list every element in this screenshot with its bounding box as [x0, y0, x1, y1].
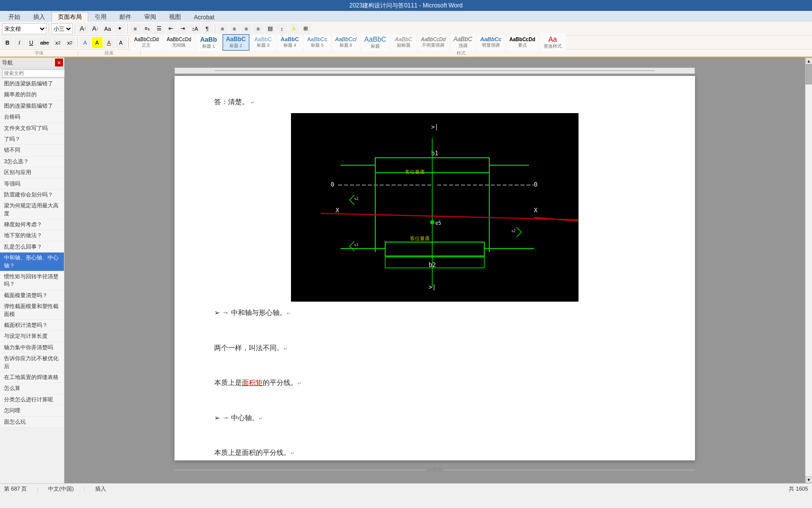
scroll-track[interactable]	[806, 64, 812, 476]
sidebar-item-27[interactable]: 面怎么玩	[0, 417, 64, 428]
scroll-up-btn[interactable]: ▲	[806, 58, 812, 64]
borders-btn[interactable]: ⊞	[300, 23, 311, 34]
sidebar-item-5[interactable]: 了吗？	[0, 134, 64, 145]
sidebar-item-6[interactable]: 错不同	[0, 145, 64, 156]
style-subtitle[interactable]: AaBbC 副标题	[391, 35, 416, 50]
style-h1[interactable]: AaBb 标题 1	[196, 34, 222, 51]
font-grow-btn[interactable]: A↑	[77, 23, 89, 34]
svg-text:s1: s1	[354, 242, 358, 247]
style-normal[interactable]: AaBbCcDd 正文	[131, 35, 162, 50]
sep6	[128, 38, 129, 48]
sidebar-item-23[interactable]: 在工地装置的焊缝表格	[0, 372, 64, 383]
style-h4[interactable]: AaBbC 标题 4	[277, 35, 303, 50]
status-bar: 第 687 页 | 中文(中国) | 插入 共 1605	[0, 483, 812, 494]
shading-btn[interactable]: A	[289, 23, 299, 34]
sidebar-item-18[interactable]: 弹性截面模量和塑性截面模	[0, 301, 64, 320]
multilevel-btn[interactable]: ☰	[154, 23, 165, 34]
scroll-down-btn[interactable]: ▼	[806, 476, 812, 483]
tab-mailings[interactable]: 邮件	[113, 12, 138, 22]
justify-btn[interactable]: ≡	[253, 23, 264, 34]
sidebar-item-21[interactable]: 轴力集中你弄清楚吗	[0, 342, 64, 353]
tab-insert[interactable]: 插入	[27, 12, 52, 22]
italic-btn[interactable]: I	[14, 37, 25, 48]
sidebar-item-3[interactable]: 台格码	[0, 112, 64, 123]
sidebar-item-15[interactable]: 中和轴、形心轴、中心轴？	[0, 253, 64, 271]
title-bar: 2023建构设计问与答0111 - Microsoft Word	[0, 0, 812, 11]
tab-home[interactable]: 开始	[2, 12, 27, 22]
input-method: 中文(中国)	[48, 485, 73, 493]
show-marks-btn[interactable]: ¶	[202, 23, 213, 34]
style-emphasis[interactable]: AaBbC 强调	[450, 34, 476, 51]
doc-area: 答：清楚。 ↵ >| b1 客位量	[64, 58, 805, 483]
char-shading-btn[interactable]: A	[116, 37, 126, 48]
style-no-spacing[interactable]: AaBbCcDd 无间隔	[163, 35, 194, 50]
style-intense-emphasis[interactable]: AaBbCc 明显强调	[477, 35, 505, 50]
sidebar-item-20[interactable]: 与设定与计算长度	[0, 331, 64, 342]
sidebar-item-19[interactable]: 截面积计清楚吗？	[0, 320, 64, 331]
text-effects-btn[interactable]: A	[80, 37, 91, 48]
sidebar-item-9[interactable]: 等强吗	[0, 179, 64, 190]
bold-btn[interactable]: B	[2, 37, 13, 48]
subscript-btn[interactable]: x2	[53, 37, 63, 48]
sidebar-item-11[interactable]: 梁为何规定适用最大高度	[0, 200, 64, 219]
align-right-btn[interactable]: ≡	[241, 23, 252, 34]
sidebar-item-12[interactable]: 梯度如何考虑？	[0, 219, 64, 230]
tab-acrobat[interactable]: Acrobat	[187, 12, 221, 22]
font-size-select[interactable]: 小三	[51, 23, 73, 34]
tab-references[interactable]: 引用	[88, 12, 113, 22]
font-shrink-btn[interactable]: A↓	[90, 23, 101, 34]
strikethrough-btn[interactable]: abc	[38, 37, 52, 48]
increase-indent-btn[interactable]: ⇥	[177, 23, 188, 34]
superscript-btn[interactable]: x2	[64, 37, 75, 48]
sidebar-item-4[interactable]: 文件夹文你写了吗	[0, 123, 64, 134]
toolbar-row-2: B I U abc x2 x2 A A A A AaBbCcDd 正文 AaBb…	[0, 36, 812, 50]
highlight-btn[interactable]: A	[92, 37, 103, 48]
change-case-btn[interactable]: Aa	[102, 23, 113, 34]
sidebar-item-13[interactable]: 地下室的做法？	[0, 230, 64, 241]
sort-btn[interactable]: ↕A	[189, 23, 201, 34]
sidebar-item-26[interactable]: 怎问哩	[0, 405, 64, 416]
sep3	[127, 24, 128, 34]
style-change[interactable]: Aa 更改样式	[540, 34, 566, 51]
underline-btn[interactable]: U	[26, 37, 37, 48]
align-center-btn[interactable]: ≡	[229, 23, 240, 34]
para-empty2	[214, 359, 655, 372]
col-layout-btn[interactable]: ▤	[265, 23, 276, 34]
sidebar-item-0[interactable]: 图的连梁纵筋编错了	[0, 78, 64, 89]
sidebar-item-22[interactable]: 告诉你应力比不被优化后	[0, 353, 64, 372]
nav-search-input[interactable]	[2, 69, 69, 77]
sidebar-item-24[interactable]: 怎么算	[0, 383, 64, 394]
right-scrollbar[interactable]: ▲ ▼	[805, 58, 812, 483]
font-color-btn[interactable]: A	[104, 37, 115, 48]
decrease-indent-btn[interactable]: ⇤	[166, 23, 176, 34]
align-left-btn[interactable]: ≡	[217, 23, 228, 34]
style-strong[interactable]: AaBbCcDd 要点	[506, 35, 539, 50]
style-h2[interactable]: AaBbC 标题 2	[223, 34, 249, 51]
style-title[interactable]: AaBbC 标题	[361, 34, 390, 51]
sidebar-item-7[interactable]: 3怎么选？	[0, 156, 64, 167]
tab-page-layout[interactable]: 页面布局	[52, 12, 88, 22]
sidebar-item-10[interactable]: 防震建你会划分吗？	[0, 190, 64, 200]
sidebar-item-14[interactable]: 乱是怎么回事？	[0, 242, 64, 253]
sidebar-item-1[interactable]: 频率差的目的	[0, 89, 64, 100]
scroll-thumb[interactable]	[806, 64, 812, 84]
style-h5[interactable]: AaBbCc 标题 5	[304, 35, 331, 50]
numbering-btn[interactable]: ≡₁	[142, 23, 153, 34]
bullets-btn[interactable]: ≡	[130, 23, 141, 34]
font-name-select[interactable]: 宋文楷	[2, 23, 47, 34]
style-subtle-emphasis[interactable]: AaBbCcDd 不明显强调	[417, 35, 449, 50]
page-number: 第 687 页	[4, 485, 27, 493]
sidebar-item-16[interactable]: 惯性矩与回转半径清楚吗？	[0, 271, 64, 290]
style-h3[interactable]: AaBbC 标题 3	[250, 35, 276, 50]
sidebar-item-17[interactable]: 截面模量清楚吗？	[0, 290, 64, 301]
nav-close-btn[interactable]: ✕	[55, 59, 63, 66]
sidebar-item-2[interactable]: 图的连梁箍筋编错了	[0, 101, 64, 112]
tab-review[interactable]: 审阅	[138, 12, 163, 22]
line-spacing-btn[interactable]: ↕	[277, 23, 288, 34]
svg-text:>|: >|	[429, 284, 436, 291]
tab-view[interactable]: 视图	[163, 12, 187, 22]
sidebar-item-8[interactable]: 区别与应用	[0, 167, 64, 178]
clear-format-btn[interactable]: ✦	[115, 23, 125, 34]
style-h6[interactable]: AaBbCcl 标题 6	[332, 35, 360, 50]
sidebar-item-25[interactable]: 分类怎么进行计算呢	[0, 394, 64, 405]
